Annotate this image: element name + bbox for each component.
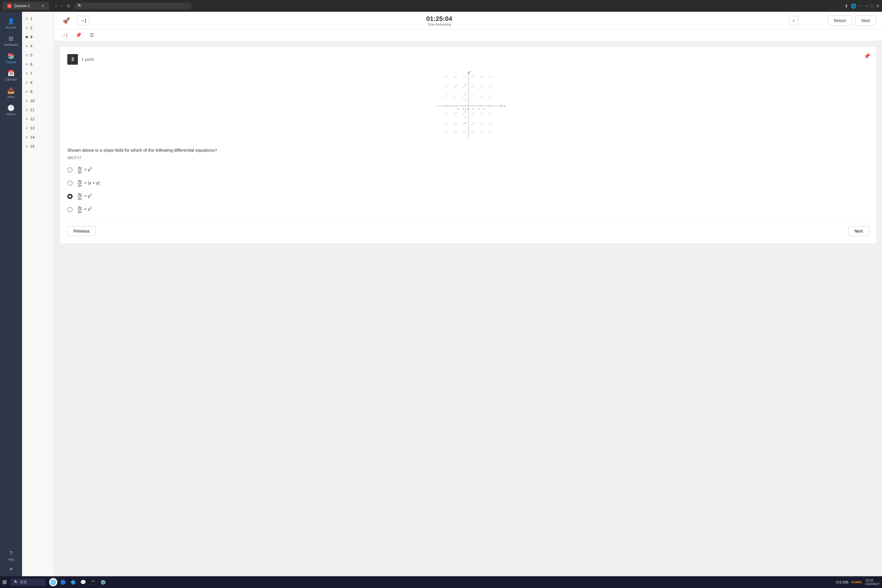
question-list-item-2[interactable]: 2 (22, 23, 54, 32)
tab-favicon: Q (7, 3, 12, 8)
sidebar-item-account[interactable]: 👤 Account (2, 15, 21, 32)
sidebar-item-courses[interactable]: 📚 Courses (2, 50, 21, 66)
question-number-label-11: 11 (30, 108, 34, 112)
question-list-item-1[interactable]: 1 (22, 14, 54, 23)
browser-forward-button[interactable]: › (60, 2, 63, 10)
sidebar-item-inbox[interactable]: 📥 Inbox (2, 85, 21, 101)
sidebar-collapse-button[interactable]: ◀| (2, 565, 21, 573)
svg-text:-2: -2 (464, 116, 466, 119)
rocket-button[interactable]: 🚀 (60, 16, 72, 25)
answer-choice-b[interactable]: dydx = |x + y| (68, 179, 869, 188)
slope-field-image: y x -3 -2 -1 O 1 2 3 3 2 (430, 70, 507, 141)
browser-close-button[interactable]: ✕ (876, 3, 880, 9)
previous-button[interactable]: Previous (68, 226, 96, 236)
sidebar-account-label: Account (6, 26, 16, 29)
sidebar: 👤 Account ⊞ Dashboard 📚 Courses 📅 Calend… (0, 12, 22, 576)
radio-c[interactable] (68, 194, 73, 199)
question-dot-4 (26, 45, 28, 47)
sidebar-dashboard-label: Dashboard (4, 43, 18, 46)
arrow-right-icon[interactable]: →| (59, 32, 70, 39)
tab-close-button[interactable]: ✕ (41, 3, 45, 8)
account-icon: 👤 (8, 18, 15, 25)
question-list-item-12[interactable]: 12 (22, 114, 54, 123)
question-list-item-3[interactable]: 3 (22, 32, 54, 42)
radio-a[interactable] (68, 167, 73, 172)
svg-line-52 (471, 122, 475, 124)
taskbar-app-edge[interactable]: 🔵 (59, 578, 68, 586)
chevron-left-button[interactable]: ‹ (789, 16, 798, 25)
question-list-item-5[interactable]: 5 (22, 51, 54, 60)
next-button-top[interactable]: Next (855, 16, 876, 26)
slope-field-graph: y x -3 -2 -1 O 1 2 3 3 2 (68, 70, 869, 141)
question-number-label-4: 4 (30, 44, 32, 48)
answer-choice-a[interactable]: dydx = y3 (68, 166, 869, 174)
quiz-content: 3 1 point 📌 (54, 41, 882, 576)
browser-menu-button[interactable]: ··· (859, 3, 862, 9)
question-dot-12 (26, 118, 28, 120)
history-icon: 🕐 (8, 104, 15, 111)
taskbar-app-wechat[interactable]: 💬 (79, 578, 87, 586)
taskbar-app-tablet[interactable]: 📱 (89, 578, 98, 586)
svg-line-24 (489, 76, 492, 78)
svg-text:x: x (504, 104, 505, 108)
svg-text:O: O (468, 108, 469, 110)
sidebar-item-help[interactable]: ? Help (2, 548, 21, 564)
question-dot-1 (26, 18, 28, 20)
sidebar-toggle-button[interactable]: →| (77, 16, 89, 25)
question-number-label-13: 13 (30, 126, 34, 130)
question-list-item-4[interactable]: 4 (22, 42, 54, 51)
question-list-item-8[interactable]: 8 (22, 78, 54, 87)
taskbar-search-box[interactable]: 🔍 搜索 (10, 579, 46, 586)
browser-refresh-button[interactable]: ↻ (66, 2, 72, 10)
question-list-item-7[interactable]: 7 (22, 69, 54, 78)
question-number-label-10: 10 (30, 99, 34, 103)
svg-text:1: 1 (472, 108, 474, 110)
question-points: 1 point (81, 57, 94, 62)
pin-icon[interactable]: 📌 (864, 53, 870, 59)
question-list-item-15[interactable]: 15 (22, 142, 54, 151)
taskbar-app-chrome[interactable]: 🌐 (49, 578, 57, 586)
radio-b[interactable] (68, 180, 73, 186)
question-dot-6 (26, 63, 28, 66)
question-list-item-14[interactable]: 14 (22, 133, 54, 142)
answer-choice-c[interactable]: dydx = y2 (68, 192, 869, 201)
radio-d[interactable] (68, 207, 73, 212)
question-number-label-3: 3 (30, 35, 32, 39)
taskbar: ⊞ 🔍 搜索 🌐 🔵 🔷 💬 📱 ⚙️ 恒生指数 +0.84% 18:28 (0, 576, 882, 588)
browser-back-button[interactable]: ‹ (54, 2, 58, 10)
browser-address-bar[interactable]: 🔍 (74, 3, 192, 9)
frac-c: dydx (77, 192, 82, 201)
question-number-label-2: 2 (30, 26, 32, 30)
browser-tab[interactable]: Q Quizzes 2 ✕ (2, 2, 50, 10)
sidebar-item-dashboard[interactable]: ⊞ Dashboard (2, 33, 21, 49)
taskbar-app-ie[interactable]: 🔷 (69, 578, 77, 586)
question-list-item-10[interactable]: 10 (22, 96, 54, 105)
sidebar-item-history[interactable]: 🕐 History (2, 102, 21, 118)
toolbar-center: 01:25:04 Time Remaining (89, 15, 789, 26)
svg-line-50 (454, 122, 457, 124)
windows-start-button[interactable]: ⊞ (2, 579, 7, 585)
help-icon: ? (9, 550, 13, 557)
answer-choice-d[interactable]: dydx = x3 (68, 206, 869, 214)
taskbar-app-settings[interactable]: ⚙️ (99, 578, 107, 586)
question-list-item-9[interactable]: 9 (22, 87, 54, 96)
question-list-item-6[interactable]: 6 (22, 60, 54, 69)
svg-line-36 (489, 94, 492, 98)
menu-icon[interactable]: ☰ (87, 31, 96, 39)
question-list-item-11[interactable]: 11 (22, 105, 54, 114)
question-list-item-13[interactable]: 13 (22, 123, 54, 133)
taskbar-right: 恒生指数 +0.84% 18:28 2024/8/27 (836, 579, 880, 586)
return-button[interactable]: Return (828, 16, 852, 26)
browser-globe-button[interactable]: 🌐 (850, 3, 856, 9)
browser-download-button[interactable]: ⬇ (844, 3, 848, 9)
next-button-bottom[interactable]: Next (848, 226, 869, 236)
taskbar-time: 18:28 2024/8/27 (865, 579, 880, 586)
stock-status: 恒生指数 +0.84% (836, 580, 862, 585)
formula-d: dydx = x3 (77, 206, 92, 214)
browser-maximize-button[interactable]: □ (870, 3, 873, 9)
pin-toolbar-icon[interactable]: 📌 (73, 31, 84, 39)
calendar-icon: 📅 (8, 70, 15, 77)
browser-chrome: Q Quizzes 2 ✕ ‹ › ↻ 🔍 ⬇ 🌐 ··· ─ □ ✕ (0, 0, 882, 12)
browser-minimize-button[interactable]: ─ (865, 3, 868, 9)
sidebar-item-calendar[interactable]: 📅 Calendar (2, 68, 21, 84)
